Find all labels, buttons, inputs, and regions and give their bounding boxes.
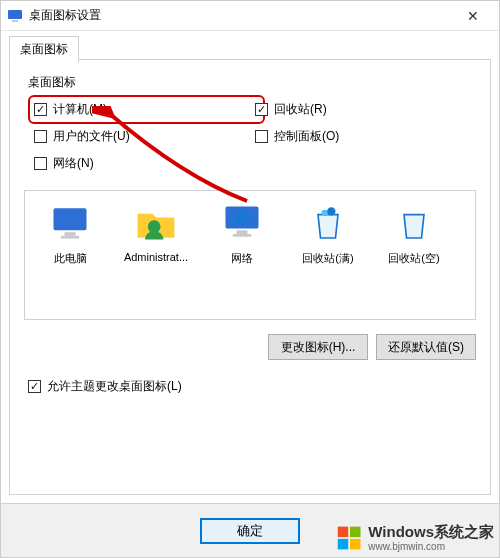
tab-desktop-icons[interactable]: 桌面图标 <box>9 36 79 63</box>
checkbox-label: 网络(N) <box>53 155 94 172</box>
icon-label: 网络 <box>203 251 281 266</box>
icon-administrator[interactable]: Administrat... <box>117 199 195 263</box>
icon-label: 回收站(满) <box>289 251 367 266</box>
icon-recycle-bin-empty[interactable]: 回收站(空) <box>375 199 453 266</box>
recycle-bin-full-icon <box>304 199 352 247</box>
icon-this-pc[interactable]: 此电脑 <box>31 199 109 266</box>
watermark: Windows系统之家 www.bjmwin.com <box>336 523 494 552</box>
svg-rect-1 <box>12 20 18 22</box>
restore-default-button[interactable]: 还原默认值(S) <box>376 334 476 360</box>
windows-logo-icon <box>336 524 364 552</box>
checkbox-label: 允许主题更改桌面图标(L) <box>47 378 182 395</box>
checkbox-recycle-bin[interactable]: 回收站(R) <box>255 101 476 118</box>
close-button[interactable]: ✕ <box>453 2 493 30</box>
checkbox-computer[interactable]: 计算机(M) <box>32 99 261 120</box>
checkbox-label: 计算机(M) <box>53 101 107 118</box>
svg-rect-13 <box>350 526 361 537</box>
app-icon <box>7 8 23 24</box>
checkbox-label: 回收站(R) <box>274 101 327 118</box>
svg-point-5 <box>148 220 161 233</box>
watermark-url: www.bjmwin.com <box>368 542 494 552</box>
checkbox-network[interactable]: 网络(N) <box>34 155 255 172</box>
icon-recycle-bin-full[interactable]: 回收站(满) <box>289 199 367 266</box>
titlebar: 桌面图标设置 ✕ <box>1 1 499 31</box>
svg-point-11 <box>327 207 335 215</box>
check-icon <box>34 130 47 143</box>
svg-rect-8 <box>237 230 248 234</box>
svg-point-10 <box>321 210 328 217</box>
change-icon-button[interactable]: 更改图标(H)... <box>268 334 368 360</box>
svg-point-7 <box>234 209 251 226</box>
desktop-icon-settings-window: 桌面图标设置 ✕ 桌面图标 桌面图标 计算机(M) 回收站(R) 用户的文件(U… <box>0 0 500 558</box>
check-icon <box>34 103 47 116</box>
check-icon <box>255 103 268 116</box>
checkbox-control-panel[interactable]: 控制面板(O) <box>255 128 476 145</box>
checkbox-label: 用户的文件(U) <box>53 128 130 145</box>
svg-rect-12 <box>338 526 349 537</box>
icon-label: 此电脑 <box>31 251 109 266</box>
checkbox-grid: 计算机(M) 回收站(R) 用户的文件(U) 控制面板(O) 网络(N) <box>24 101 476 172</box>
svg-rect-15 <box>350 538 361 549</box>
icon-label: Administrat... <box>117 251 195 263</box>
monitor-icon <box>46 199 94 247</box>
watermark-brand: Windows系统之家 <box>368 523 494 540</box>
checkbox-allow-theme-change[interactable]: 允许主题更改桌面图标(L) <box>28 378 476 395</box>
icon-network[interactable]: 网络 <box>203 199 281 266</box>
tabstrip: 桌面图标 <box>1 31 499 59</box>
user-folder-icon <box>132 199 180 247</box>
svg-rect-3 <box>65 232 76 236</box>
tab-panel: 桌面图标 计算机(M) 回收站(R) 用户的文件(U) 控制面板(O) 网络(N… <box>9 59 491 495</box>
group-label: 桌面图标 <box>28 74 476 91</box>
check-icon <box>34 157 47 170</box>
ok-button[interactable]: 确定 <box>200 518 300 544</box>
network-icon <box>218 199 266 247</box>
checkbox-user-files[interactable]: 用户的文件(U) <box>34 128 255 145</box>
watermark-text: Windows系统之家 www.bjmwin.com <box>368 523 494 552</box>
svg-rect-0 <box>8 10 22 19</box>
check-icon <box>28 380 41 393</box>
icon-action-row: 更改图标(H)... 还原默认值(S) <box>24 334 476 360</box>
recycle-bin-empty-icon <box>390 199 438 247</box>
check-icon <box>255 130 268 143</box>
icon-preview-list: 此电脑 Administrat... 网络 回收站(满) <box>24 190 476 320</box>
window-title: 桌面图标设置 <box>29 7 453 24</box>
icon-label: 回收站(空) <box>375 251 453 266</box>
svg-rect-14 <box>338 538 349 549</box>
checkbox-label: 控制面板(O) <box>274 128 339 145</box>
svg-rect-9 <box>233 234 251 237</box>
svg-rect-4 <box>61 236 79 239</box>
svg-rect-2 <box>54 208 87 230</box>
theme-checkbox-row: 允许主题更改桌面图标(L) <box>24 378 476 395</box>
